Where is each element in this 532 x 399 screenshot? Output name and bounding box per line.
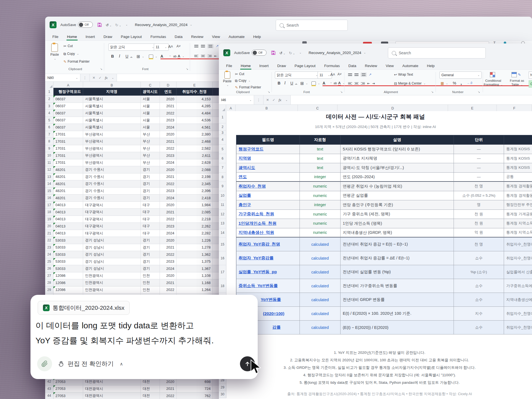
cell[interactable]: 대구 bbox=[141, 216, 160, 223]
row-header[interactable]: 9 bbox=[219, 182, 226, 191]
cell[interactable]: 부산 bbox=[141, 159, 160, 167]
row-header[interactable]: 17 bbox=[45, 202, 53, 209]
dict-field-source[interactable]: 통계청 지역소득 bbox=[504, 219, 532, 228]
row-header[interactable]: 29 bbox=[219, 384, 226, 391]
underline-button[interactable]: U⌄ bbox=[126, 54, 132, 58]
accounting-format-button[interactable]: ▦⌄ bbox=[441, 81, 448, 85]
merge-center-button[interactable]: ⊟Merge & Center⌄ bbox=[394, 81, 426, 85]
menu-tab-automate[interactable]: Automate bbox=[228, 34, 245, 40]
dict-field-name[interactable]: 취업자_YoY증감률 bbox=[236, 251, 300, 265]
row-header[interactable]: 28 bbox=[45, 279, 53, 287]
dict-field-type[interactable]: numeric bbox=[300, 210, 341, 219]
dict-field-desc[interactable]: E(t) / E(2020) × 100. 2020년 100 기준. bbox=[341, 307, 454, 321]
menu-tab-page-layout[interactable]: Page Layout bbox=[120, 34, 142, 40]
insert-function-icon[interactable]: fx bbox=[105, 76, 108, 80]
cell[interactable]: 1,108 bbox=[177, 272, 213, 280]
cell[interactable]: 대전 bbox=[141, 378, 160, 385]
font-dialog-launcher[interactable]: ↘ bbox=[340, 90, 342, 93]
underline-button[interactable]: U⌄ bbox=[290, 81, 297, 85]
wrap-text-button[interactable]: ↩Wrap Text bbox=[394, 73, 413, 76]
cell[interactable]: 06037 bbox=[53, 110, 83, 117]
dict-field-type[interactable]: calculated bbox=[300, 321, 341, 334]
borders-button[interactable]: ⊞⌄ bbox=[300, 81, 308, 86]
cell[interactable]: 06037 bbox=[53, 124, 83, 131]
menu-tab-data[interactable]: Data bbox=[348, 63, 357, 70]
cancel-icon[interactable]: ✕ bbox=[93, 76, 95, 80]
cell[interactable]: 2,218 bbox=[177, 216, 213, 223]
attached-file-chip[interactable]: X 통합데이터_2020-2024.xlsx bbox=[38, 301, 130, 315]
comma-style-button[interactable]: , bbox=[461, 80, 462, 86]
dict-field-unit[interactable]: — bbox=[454, 145, 504, 154]
cell[interactable]: 2020 bbox=[160, 166, 177, 173]
cell[interactable]: 경기 bbox=[141, 237, 160, 244]
cell[interactable]: 53033 bbox=[53, 265, 83, 272]
bold-button[interactable]: B bbox=[111, 54, 114, 58]
cell[interactable]: 1,984 bbox=[177, 202, 213, 209]
menu-tab-draw[interactable]: Draw bbox=[277, 63, 287, 70]
cell[interactable]: 2020 bbox=[160, 378, 177, 385]
row-header[interactable]: 12 bbox=[219, 210, 226, 219]
cell[interactable]: 대전광역시 bbox=[83, 392, 141, 399]
row-header[interactable]: 9 bbox=[45, 145, 53, 152]
menu-tab-page-layout[interactable]: Page Layout bbox=[294, 63, 316, 70]
dict-field-source[interactable]: 취업자수_천명에 bbox=[504, 307, 532, 321]
header-cell[interactable]: 연도 bbox=[160, 88, 177, 96]
cell[interactable]: 대전광역시 bbox=[83, 378, 141, 385]
cell[interactable]: 대구광역시 bbox=[83, 230, 141, 237]
row-header[interactable]: 25 bbox=[45, 258, 53, 265]
cell[interactable]: 경기 bbox=[141, 265, 160, 272]
dict-field-type[interactable]: calculated bbox=[300, 279, 341, 293]
dict-field-name[interactable]: 실업률 bbox=[236, 191, 300, 201]
format-as-table-button[interactable]: Format as Table ⌄ bbox=[507, 79, 528, 87]
row-header[interactable]: 16 bbox=[45, 195, 53, 202]
cell[interactable]: 경기 성남시 bbox=[83, 237, 141, 244]
clipboard-dialog-launcher[interactable]: ↘ bbox=[268, 90, 270, 93]
conditional-formatting-button[interactable]: Conditional Formatting ⌄ bbox=[482, 79, 505, 87]
cell[interactable]: 2,262 bbox=[177, 223, 213, 230]
cell[interactable]: 53033 bbox=[53, 237, 83, 244]
dict-field-name[interactable]: 지역내총생산_억원 bbox=[236, 228, 300, 238]
dict-field-unit[interactable]: 지수 bbox=[454, 307, 504, 321]
cell[interactable]: 2023 bbox=[160, 117, 177, 124]
dict-field-unit[interactable]: 소수 bbox=[454, 321, 504, 334]
cell[interactable]: 경기 수원시 bbox=[83, 173, 141, 181]
header-cell[interactable]: 지역명 bbox=[83, 88, 141, 96]
enter-icon[interactable]: ✓ bbox=[272, 98, 275, 102]
cell[interactable]: 인천 bbox=[141, 272, 160, 280]
cell[interactable]: 2021 bbox=[160, 244, 177, 251]
cell[interactable]: 12086 bbox=[53, 279, 83, 287]
borders-button[interactable]: ⊞⌄ bbox=[137, 54, 144, 59]
cell[interactable]: 2020 bbox=[160, 272, 177, 280]
cell[interactable]: 2,085 bbox=[177, 209, 213, 216]
cell[interactable]: 2021 bbox=[160, 103, 177, 110]
row-header[interactable]: 42 bbox=[45, 378, 53, 385]
cell[interactable]: 서울 bbox=[141, 103, 160, 110]
cell[interactable]: 2023 bbox=[160, 223, 177, 230]
cell[interactable]: 53033 bbox=[53, 258, 83, 265]
cell[interactable]: 06037 bbox=[53, 96, 83, 103]
cell[interactable]: 2024 bbox=[160, 195, 177, 202]
cell[interactable]: 48201 bbox=[53, 166, 83, 173]
cell[interactable]: 부산광역시 bbox=[83, 131, 141, 138]
cell[interactable]: 인천광역시 bbox=[83, 287, 141, 294]
cell[interactable]: 경기 bbox=[141, 251, 160, 258]
cell[interactable]: 48201 bbox=[53, 188, 83, 195]
cell[interactable]: 2023 bbox=[160, 258, 177, 265]
dict-field-type[interactable]: calculated bbox=[300, 293, 341, 307]
cell[interactable]: 4,285 bbox=[177, 103, 213, 110]
row-header[interactable]: 19 bbox=[45, 216, 53, 223]
font-name-select[interactable]: 맑은 고딕⌄ bbox=[108, 44, 156, 51]
shrink-font-button[interactable]: A˅ bbox=[337, 72, 342, 76]
cell[interactable]: 1,375 bbox=[177, 258, 213, 265]
cell[interactable]: 경기 수원시 bbox=[83, 166, 141, 173]
cell[interactable]: 1,264 bbox=[177, 287, 213, 294]
row-header[interactable]: 7 bbox=[45, 131, 53, 138]
dict-field-type[interactable]: text bbox=[300, 163, 341, 173]
row-header[interactable]: 8 bbox=[45, 138, 53, 145]
dict-field-name[interactable]: 행정구역코드 bbox=[236, 145, 300, 154]
dict-field-source[interactable]: 행정안전부 주민 bbox=[504, 200, 532, 210]
cut-button[interactable]: ✂Cut bbox=[235, 72, 244, 76]
cell[interactable]: 4,536 bbox=[177, 117, 213, 124]
row-header[interactable]: 13 bbox=[45, 173, 53, 181]
cell[interactable]: 인천광역시 bbox=[83, 272, 141, 280]
